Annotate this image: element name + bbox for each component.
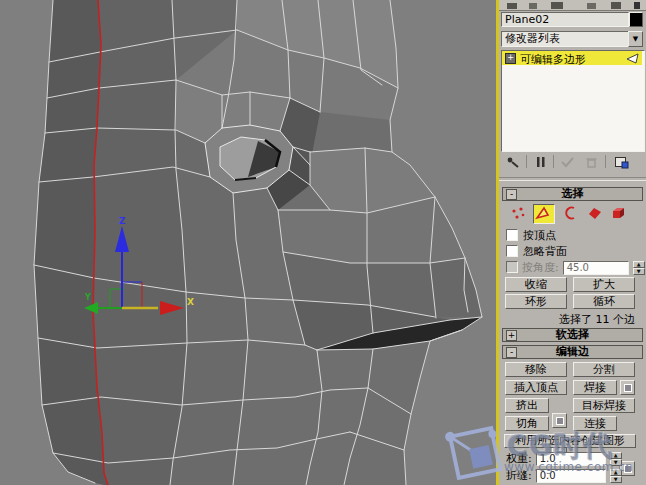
loop-button[interactable]: 循环 [573, 294, 635, 309]
tab-icon-fragment [507, 3, 517, 9]
connect-button[interactable]: 连接 [573, 416, 617, 431]
toolbar-divider [526, 155, 527, 168]
axis-y-label: Y [84, 293, 91, 302]
axis-z-label: Z [119, 216, 126, 226]
weight-spinner[interactable]: ▲▼ [610, 452, 622, 466]
panel-divider [499, 177, 646, 181]
subobject-vertex-icon[interactable] [509, 205, 529, 222]
by-angle-row: 按角度: 45.0 ▲▼ [506, 261, 645, 275]
selection-rollout-header[interactable]: - 选择 [502, 187, 643, 201]
grow-button[interactable]: 扩大 [573, 277, 635, 292]
soft-selection-rollout-title: 软选择 [556, 328, 589, 341]
weld-settings-button[interactable] [620, 380, 635, 395]
viewport-canvas[interactable]: Z X Y [0, 0, 496, 485]
make-unique-icon[interactable] [559, 154, 577, 170]
remove-modifier-icon[interactable] [583, 154, 601, 170]
crease-value-field[interactable]: 0.0 [536, 469, 606, 483]
stack-item-label: 可编辑多边形 [520, 52, 586, 67]
angle-value-field[interactable]: 45.0 [563, 261, 629, 275]
connect-settings-button[interactable] [620, 461, 635, 476]
tab-icon-fragment [529, 3, 537, 9]
subobject-polygon-icon[interactable] [585, 205, 605, 222]
toolbar-divider [605, 155, 606, 168]
chamfer-button[interactable]: 切角 [505, 416, 549, 431]
tab-icon-fragment [634, 2, 640, 9]
collapse-minus-icon[interactable]: - [506, 189, 517, 200]
subobject-border-icon[interactable] [561, 205, 581, 222]
edit-edges-rollout-header[interactable]: - 编辑边 [502, 345, 643, 359]
collapse-minus-icon[interactable]: - [506, 347, 517, 358]
edit-cursor-icon [626, 52, 640, 64]
weight-row: 权重: 1.0 ▲▼ [506, 452, 622, 466]
object-color-swatch[interactable] [629, 12, 643, 27]
dropdown-arrow-icon[interactable]: ▼ [628, 31, 643, 47]
edit-edges-rollout-title: 编辑边 [556, 345, 589, 358]
show-end-result-icon[interactable] [532, 154, 550, 170]
object-name-field[interactable]: Plane02 [501, 12, 629, 27]
insert-vertex-button[interactable]: 插入顶点 [505, 380, 567, 395]
subobject-icon-row [509, 204, 639, 224]
extrude-settings-button[interactable] [552, 413, 567, 428]
ring-button[interactable]: 环形 [505, 294, 567, 309]
extrude-button[interactable]: 挤出 [505, 398, 549, 413]
app-window: Z X Y [0, 0, 646, 485]
by-angle-label: 按角度: [522, 261, 559, 275]
by-vertex-label: 按顶点 [523, 229, 556, 242]
command-panel-tabs[interactable] [499, 0, 646, 11]
soft-selection-rollout-header[interactable]: + 软选择 [502, 328, 643, 342]
tab-icon-fragment [611, 2, 621, 9]
mesh-wireframe: Z X Y [0, 0, 496, 485]
weight-label: 权重: [506, 452, 532, 466]
tab-icon-fragment [551, 2, 563, 9]
expand-plus-icon[interactable]: + [505, 53, 516, 64]
by-vertex-checkbox[interactable] [506, 229, 518, 241]
weld-button[interactable]: 焊接 [573, 380, 617, 395]
stack-item-editable-poly[interactable]: + 可编辑多边形 [502, 51, 642, 65]
by-angle-checkbox[interactable] [506, 261, 518, 273]
split-button[interactable]: 分割 [573, 362, 635, 377]
collapse-plus-icon[interactable]: + [506, 330, 517, 341]
ignore-backfacing-checkbox[interactable] [506, 245, 518, 257]
target-weld-button[interactable]: 目标焊接 [573, 398, 635, 413]
modifier-stack-list[interactable]: + 可编辑多边形 [501, 50, 645, 152]
angle-spinner[interactable]: ▲▼ [633, 261, 645, 275]
selection-status: 选择了 11 个边 [519, 312, 635, 327]
shrink-button[interactable]: 收缩 [505, 277, 567, 292]
crease-spinner[interactable]: ▲▼ [610, 469, 622, 483]
configure-modifier-sets-icon[interactable] [613, 154, 631, 170]
subobject-element-icon[interactable] [609, 205, 629, 222]
weight-value-field[interactable]: 1.0 [536, 452, 606, 466]
selection-rollout-title: 选择 [562, 187, 584, 200]
axis-x-label: X [187, 297, 194, 307]
toolbar-divider [553, 155, 554, 168]
tab-icon-fragment [587, 3, 596, 9]
by-vertex-row: 按顶点 [506, 229, 556, 242]
ignore-backfacing-row: 忽略背面 [506, 245, 567, 258]
modifier-list-dropdown[interactable]: 修改器列表 [501, 31, 631, 47]
command-panel: Plane02 修改器列表 ▼ + 可编辑多边形 - [499, 0, 646, 485]
ignore-backfacing-label: 忽略背面 [523, 245, 567, 258]
subobject-edge-icon[interactable] [533, 204, 555, 224]
remove-button[interactable]: 移除 [505, 362, 567, 377]
create-shape-button[interactable]: 利用所选内容创建图形 [504, 434, 636, 448]
crease-row: 折缝: 0.0 ▲▼ [506, 469, 622, 483]
stack-toolbar [501, 152, 643, 173]
crease-label: 折缝: [506, 469, 532, 483]
pin-stack-icon[interactable] [505, 154, 523, 170]
